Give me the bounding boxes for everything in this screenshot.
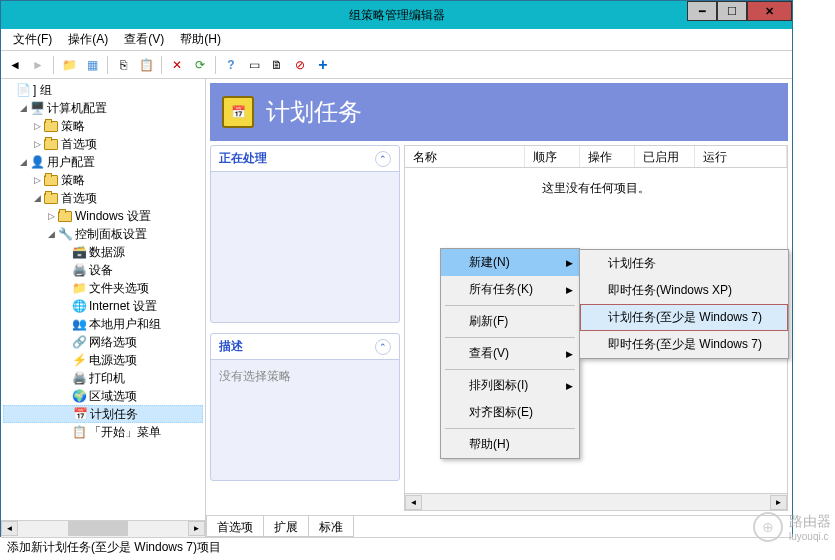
scroll-right-button[interactable]: ► <box>770 495 787 510</box>
ctx-view[interactable]: 查看(V)▶ <box>441 340 579 367</box>
scroll-left-button[interactable]: ◄ <box>405 495 422 510</box>
tree-view[interactable]: 📄] 组 ◢🖥️计算机配置 ▷策略 ▷首选项 ◢👤用户配置 ▷策略 ◢首选项 ▷… <box>1 79 205 443</box>
tree-network-options[interactable]: 🔗网络选项 <box>3 333 203 351</box>
col-order[interactable]: 顺序 <box>525 146 580 167</box>
tree-start-menu[interactable]: 📋「开始」菜单 <box>3 423 203 441</box>
sub-scheduled-win7[interactable]: 计划任务(至少是 Windows 7) <box>580 304 788 331</box>
delete-button[interactable]: ✕ <box>167 55 187 75</box>
tab-standard[interactable]: 标准 <box>308 516 354 537</box>
panel-header[interactable]: 正在处理 ⌃ <box>211 146 399 172</box>
tree-policies-1[interactable]: ▷策略 <box>3 117 203 135</box>
panel-body <box>211 172 399 322</box>
tree-policies-2[interactable]: ▷策略 <box>3 171 203 189</box>
expander-icon[interactable]: ▷ <box>31 121 43 131</box>
tree-power-options[interactable]: ⚡电源选项 <box>3 351 203 369</box>
expander-icon[interactable]: ▷ <box>45 211 57 221</box>
ctx-refresh[interactable]: 刷新(F) <box>441 308 579 335</box>
help-button[interactable]: ? <box>221 55 241 75</box>
tree-user-config[interactable]: ◢👤用户配置 <box>3 153 203 171</box>
minimize-button[interactable]: ━ <box>687 1 717 21</box>
expander-icon[interactable]: ◢ <box>17 103 29 113</box>
refresh-button[interactable]: ⟳ <box>190 55 210 75</box>
collapse-icon[interactable]: ⌃ <box>375 151 391 167</box>
panel-header[interactable]: 描述 ⌃ <box>211 334 399 360</box>
tree-local-users[interactable]: 👥本地用户和组 <box>3 315 203 333</box>
collapse-icon[interactable]: ⌃ <box>375 339 391 355</box>
expander-icon[interactable]: ◢ <box>17 157 29 167</box>
menubar: 文件(F) 操作(A) 查看(V) 帮助(H) <box>1 29 792 51</box>
tree-panel: 📄] 组 ◢🖥️计算机配置 ▷策略 ▷首选项 ◢👤用户配置 ▷策略 ◢首选项 ▷… <box>1 79 206 537</box>
tree-internet-settings[interactable]: 🌐Internet 设置 <box>3 297 203 315</box>
tree-label: 网络选项 <box>89 334 137 351</box>
user-icon: 👤 <box>29 154 45 170</box>
scroll-thumb[interactable] <box>68 521 128 536</box>
tree-scrollbar[interactable]: ◄ ► <box>1 520 205 537</box>
tree-folder-options[interactable]: 📁文件夹选项 <box>3 279 203 297</box>
scroll-track[interactable] <box>18 521 188 536</box>
show-hide-button[interactable]: ▦ <box>82 55 102 75</box>
tree-control-panel[interactable]: ◢🔧控制面板设置 <box>3 225 203 243</box>
col-enabled[interactable]: 已启用 <box>635 146 695 167</box>
description-panel: 描述 ⌃ 没有选择策略 <box>210 333 400 481</box>
grid-body[interactable]: 这里没有任何项目。 新建(N)▶ 计划任务 即时任务(Windows XP) 计… <box>405 168 787 493</box>
tab-preferences[interactable]: 首选项 <box>206 516 264 537</box>
ctx-all-tasks[interactable]: 所有任务(K)▶ <box>441 276 579 303</box>
grid-scrollbar[interactable]: ◄ ► <box>405 493 787 510</box>
scroll-left-button[interactable]: ◄ <box>1 521 18 536</box>
col-run[interactable]: 运行 <box>695 146 787 167</box>
tree-preferences-1[interactable]: ▷首选项 <box>3 135 203 153</box>
properties-button[interactable]: ▭ <box>244 55 264 75</box>
arrow-right-icon: ▶ <box>566 285 573 295</box>
copy-button[interactable]: ⎘ <box>113 55 133 75</box>
up-button[interactable]: 📁 <box>59 55 79 75</box>
tree-scheduled-tasks[interactable]: 📅计划任务 <box>3 405 203 423</box>
window-title: 组策略管理编辑器 <box>349 7 445 24</box>
sub-scheduled-task[interactable]: 计划任务 <box>580 250 788 277</box>
tree-root[interactable]: 📄] 组 <box>3 81 203 99</box>
sub-immediate-xp[interactable]: 即时任务(Windows XP) <box>580 277 788 304</box>
filter-button[interactable]: 🗎 <box>267 55 287 75</box>
info-column: 正在处理 ⌃ 描述 ⌃ 没有选择策略 <box>210 145 400 511</box>
tree-regional-options[interactable]: 🌍区域选项 <box>3 387 203 405</box>
tree-label: 数据源 <box>89 244 125 261</box>
task-grid: 名称 顺序 操作 已启用 运行 这里没有任何项目。 新建(N)▶ 计划任务 <box>404 145 788 511</box>
paste-icon: 📋 <box>139 58 154 72</box>
tree-label: 设备 <box>89 262 113 279</box>
expander-icon[interactable]: ▷ <box>31 139 43 149</box>
col-name[interactable]: 名称 <box>405 146 525 167</box>
tree-preferences-2[interactable]: ◢首选项 <box>3 189 203 207</box>
scroll-right-button[interactable]: ► <box>188 521 205 536</box>
menu-file[interactable]: 文件(F) <box>5 29 60 50</box>
folder-icon <box>43 172 59 188</box>
computer-icon: 🖥️ <box>29 100 45 116</box>
add-button[interactable]: + <box>313 55 333 75</box>
back-button[interactable]: ◄ <box>5 55 25 75</box>
close-button[interactable]: ✕ <box>747 1 792 21</box>
expander-icon[interactable]: ◢ <box>45 229 57 239</box>
tree-devices[interactable]: 🖨️设备 <box>3 261 203 279</box>
ctx-align[interactable]: 对齐图标(E) <box>441 399 579 426</box>
tree-computer-config[interactable]: ◢🖥️计算机配置 <box>3 99 203 117</box>
forward-button[interactable]: ► <box>28 55 48 75</box>
menu-view[interactable]: 查看(V) <box>116 29 172 50</box>
col-action[interactable]: 操作 <box>580 146 635 167</box>
paste-button[interactable]: 📋 <box>136 55 156 75</box>
menu-help[interactable]: 帮助(H) <box>172 29 229 50</box>
tree-data-sources[interactable]: 🗃️数据源 <box>3 243 203 261</box>
watermark: ⊕ 路由器 luyouqi.c <box>753 512 831 542</box>
tree-printers[interactable]: 🖨️打印机 <box>3 369 203 387</box>
stop-button[interactable]: ⊘ <box>290 55 310 75</box>
details-header: 📅 计划任务 <box>210 83 788 141</box>
scroll-track[interactable] <box>422 495 770 510</box>
sub-immediate-win7[interactable]: 即时任务(至少是 Windows 7) <box>580 331 788 358</box>
menu-action[interactable]: 操作(A) <box>60 29 116 50</box>
ctx-help[interactable]: 帮助(H) <box>441 431 579 458</box>
tab-extended[interactable]: 扩展 <box>263 516 309 537</box>
tree-windows-settings[interactable]: ▷Windows 设置 <box>3 207 203 225</box>
ctx-arrange[interactable]: 排列图标(I)▶ <box>441 372 579 399</box>
expander-icon[interactable]: ◢ <box>31 193 43 203</box>
ctx-new[interactable]: 新建(N)▶ 计划任务 即时任务(Windows XP) 计划任务(至少是 Wi… <box>441 249 579 276</box>
expander-icon[interactable]: ▷ <box>31 175 43 185</box>
maximize-button[interactable]: ☐ <box>717 1 747 21</box>
bottom-tabs: 首选项 扩展 标准 <box>206 515 792 537</box>
